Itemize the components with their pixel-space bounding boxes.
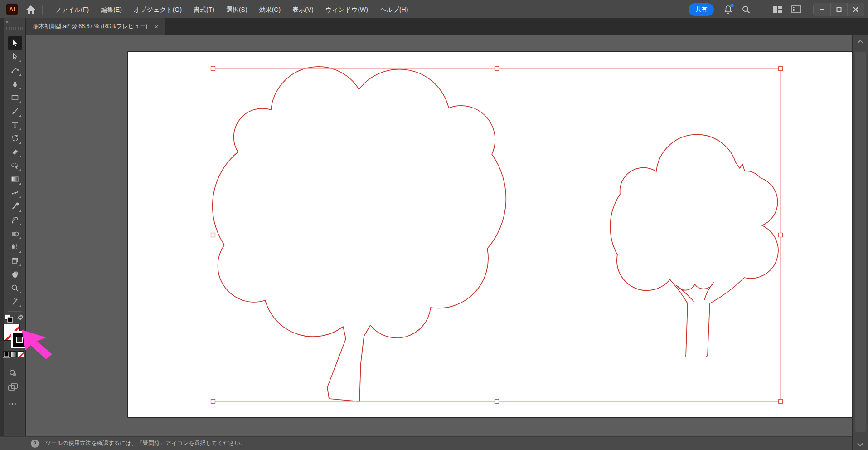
menu-file[interactable]: ファイル(F) (49, 0, 95, 19)
pen-tool[interactable] (8, 77, 22, 91)
maximize-button[interactable] (830, 3, 847, 16)
none-mode-button[interactable] (18, 351, 24, 357)
tools-divider (8, 311, 22, 312)
shaper-tool[interactable] (8, 159, 22, 172)
canvas-viewport[interactable] (26, 35, 852, 436)
close-button[interactable] (847, 3, 864, 16)
handle-mid-right[interactable] (779, 233, 783, 237)
titlebar-divider (42, 5, 43, 15)
zoom-tool[interactable] (8, 281, 22, 295)
menu-select[interactable]: 選択(S) (220, 0, 253, 19)
selection-tool[interactable] (8, 36, 22, 50)
menu-effect[interactable]: 効果(C) (253, 0, 286, 19)
arrange-documents-icon[interactable] (791, 5, 801, 13)
shape-builder-tool[interactable] (8, 227, 22, 240)
draw-mode-row (0, 369, 26, 377)
artwork-layer (26, 35, 852, 436)
document-tab[interactable]: 樹木初期型.ai* @ 66.67 % (RGB/プレビュー) × (26, 18, 165, 35)
notifications-bell-icon[interactable] (724, 5, 732, 14)
handle-bottom-right[interactable] (779, 400, 783, 404)
rotate-tool[interactable] (8, 132, 22, 145)
handle-top-right[interactable] (779, 67, 783, 71)
menu-bar: ファイル(F) 編集(E) オブジェクト(O) 書式(T) 選択(S) 効果(C… (49, 0, 414, 19)
status-hint-text: ツールの使用方法を確認するには、「疑問符」アイコンを選択してください。 (45, 440, 246, 447)
menu-object[interactable]: オブジェクト(O) (128, 0, 188, 19)
paintbrush-tool[interactable] (8, 104, 22, 118)
menu-help[interactable]: ヘルプ(H) (374, 0, 414, 19)
minimize-button[interactable] (814, 3, 830, 16)
eyedropper-tool[interactable] (8, 200, 22, 213)
document-tab-bar: 樹木初期型.ai* @ 66.67 % (RGB/プレビュー) × (26, 18, 868, 35)
handle-top-left[interactable] (211, 67, 215, 71)
menu-view[interactable]: 表示(V) (286, 0, 320, 19)
title-bar: Ai ファイル(F) 編集(E) オブジェクト(O) 書式(T) 選択(S) 効… (0, 0, 868, 18)
vertical-scrollbar[interactable] (852, 35, 868, 450)
home-icon[interactable] (26, 5, 36, 14)
share-button[interactable]: 共有 (689, 3, 714, 16)
scroll-down-icon[interactable] (853, 443, 868, 446)
screen-mode-icon[interactable] (8, 383, 19, 391)
width-tool[interactable] (8, 186, 22, 200)
gradient-mode-button[interactable] (10, 351, 17, 357)
window-controls (813, 3, 864, 16)
color-mode-button[interactable] (3, 351, 10, 357)
tools-panel-header: » (4, 18, 26, 35)
drawing-mode-icon[interactable] (8, 369, 18, 377)
default-fill-stroke-icon[interactable] (5, 314, 14, 325)
menu-edit[interactable]: 編集(E) (95, 0, 128, 19)
titlebar-divider-2 (766, 5, 766, 15)
edit-toolbar-icon[interactable]: ••• (9, 401, 17, 406)
handle-top-center[interactable] (495, 67, 499, 71)
vertical-scrollbar-thumb[interactable] (855, 52, 866, 432)
notification-dot (730, 4, 734, 7)
artboard[interactable] (128, 52, 852, 417)
scroll-up-icon[interactable] (853, 40, 868, 44)
workspace-switcher-icon[interactable] (773, 5, 782, 13)
fill-stroke-controls: ••• (0, 312, 26, 407)
document-tab-title: 樹木初期型.ai* @ 66.67 % (RGB/プレビュー) (33, 23, 147, 30)
gradient-tool[interactable] (8, 172, 22, 186)
menu-type[interactable]: 書式(T) (188, 0, 220, 19)
expand-panel-icon[interactable]: » (6, 20, 9, 24)
tools-panel: » (0, 18, 26, 436)
screen-mode-row (0, 383, 26, 391)
more-tools-row: ••• (0, 401, 26, 406)
handle-mid-left[interactable] (211, 233, 215, 237)
illustrator-logo[interactable]: Ai (6, 3, 18, 15)
direct-selection-tool[interactable] (8, 50, 22, 64)
handle-bottom-center[interactable] (495, 400, 499, 404)
slice-tool[interactable] (8, 254, 22, 268)
tab-close-icon[interactable]: × (155, 23, 158, 30)
handle-bottom-left[interactable] (211, 400, 215, 404)
menu-window[interactable]: ウィンドウ(W) (320, 0, 374, 19)
magic-wand-tool[interactable] (8, 295, 22, 308)
artboard-tool[interactable] (8, 240, 22, 254)
hand-tool[interactable] (8, 268, 22, 281)
rectangle-tool[interactable] (8, 91, 22, 104)
illustrator-window: Ai ファイル(F) 編集(E) オブジェクト(O) 書式(T) 選択(S) 効… (0, 0, 868, 450)
search-icon[interactable] (742, 5, 751, 14)
swap-fill-stroke-icon[interactable] (16, 313, 24, 323)
curvature-tool[interactable] (8, 64, 22, 77)
status-bar: ? ツールの使用方法を確認するには、「疑問符」アイコンを選択してください。 (0, 436, 852, 450)
panel-grip-icon[interactable] (6, 27, 23, 30)
eraser-tool[interactable] (8, 145, 22, 159)
type-tool[interactable] (8, 118, 22, 132)
help-question-icon[interactable]: ? (31, 440, 39, 448)
blend-tool[interactable] (8, 213, 22, 227)
